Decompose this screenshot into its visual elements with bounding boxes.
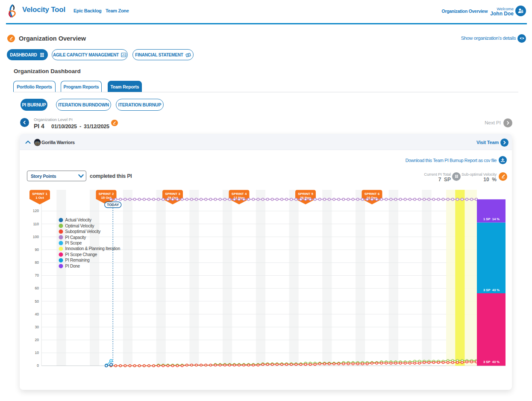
svg-text:40: 40 — [35, 312, 39, 316]
svg-text:70: 70 — [35, 273, 39, 277]
svg-text:SPRINT 5: SPRINT 5 — [298, 192, 313, 196]
svg-text:PI Scope Change: PI Scope Change — [65, 252, 97, 257]
svg-text:PI Remaining: PI Remaining — [65, 258, 90, 262]
svg-text:PI Capacity: PI Capacity — [65, 235, 86, 240]
svg-text:PI Done: PI Done — [65, 264, 80, 268]
svg-text:SPRINT 4: SPRINT 4 — [232, 192, 247, 196]
svg-text:3 SP 43 %: 3 SP 43 % — [483, 360, 500, 364]
svg-text:60: 60 — [35, 286, 39, 290]
svg-text:0: 0 — [37, 363, 39, 368]
svg-text:120: 120 — [33, 209, 39, 213]
svg-text:20: 20 — [35, 338, 39, 342]
svg-text:Optimal Velocity: Optimal Velocity — [65, 224, 94, 228]
svg-text:SPRINT 6: SPRINT 6 — [364, 192, 380, 196]
svg-text:90: 90 — [35, 248, 39, 252]
svg-text:SPRINT 3: SPRINT 3 — [165, 192, 180, 196]
svg-text:30: 30 — [35, 325, 39, 329]
svg-text:1 SP 14 %: 1 SP 14 % — [483, 217, 500, 221]
svg-text:100: 100 — [33, 235, 39, 239]
svg-text:Actual Velocity: Actual Velocity — [65, 218, 92, 222]
svg-text:80: 80 — [35, 260, 39, 265]
svg-text:SPRINT 1: SPRINT 1 — [32, 192, 47, 196]
svg-text:10: 10 — [35, 351, 39, 355]
svg-text:SPRINT 2: SPRINT 2 — [99, 192, 114, 196]
svg-text:PI Scope: PI Scope — [65, 241, 82, 245]
svg-text:3 SP 43 %: 3 SP 43 % — [483, 288, 500, 292]
svg-text:Suboptimal Velocity: Suboptimal Velocity — [65, 229, 101, 234]
svg-text:TODAY: TODAY — [107, 203, 119, 207]
svg-text:110: 110 — [33, 222, 39, 226]
svg-text:Innovation & Planning Iteratio: Innovation & Planning Iteration — [65, 246, 120, 251]
svg-text:50: 50 — [35, 299, 39, 304]
svg-text:1 Oct: 1 Oct — [35, 196, 44, 200]
